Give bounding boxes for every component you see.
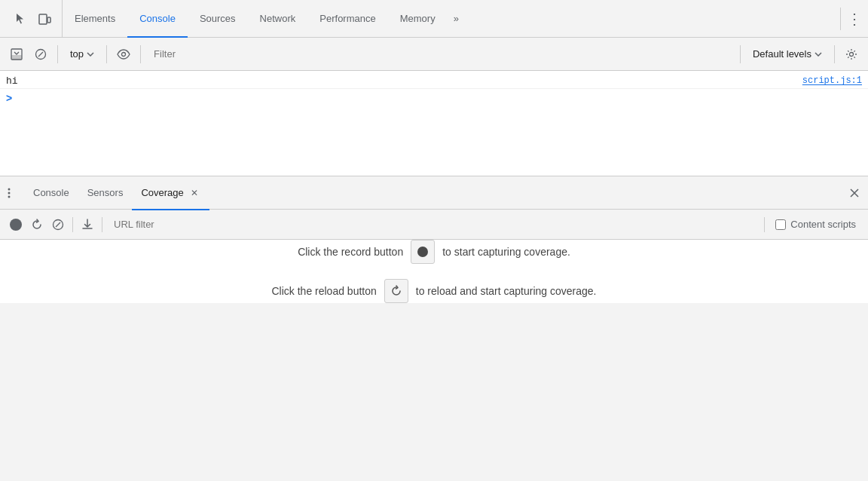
close-bottom-panel-button[interactable] bbox=[844, 182, 865, 204]
coverage-content-area: Click the record button to start capturi… bbox=[0, 240, 868, 303]
toolbar-separator-3 bbox=[140, 45, 141, 63]
svg-point-6 bbox=[122, 52, 126, 56]
devtools-menu-button[interactable]: ⋮ bbox=[844, 8, 865, 29]
console-settings-button[interactable] bbox=[841, 44, 862, 65]
svg-rect-0 bbox=[39, 14, 47, 24]
content-scripts-checkbox[interactable] bbox=[775, 219, 786, 230]
tab-performance[interactable]: Performance bbox=[307, 1, 387, 38]
prompt-chevron-icon: > bbox=[6, 92, 12, 104]
clear-coverage-button[interactable] bbox=[48, 215, 68, 234]
main-tabs: Elements Console Sources Network Perform… bbox=[63, 0, 837, 37]
console-prompt-line[interactable]: > bbox=[0, 89, 868, 107]
inline-record-button[interactable] bbox=[411, 240, 435, 264]
cursor-icon[interactable] bbox=[9, 8, 32, 30]
bottom-tabs-bar: Console Sensors Coverage ✕ bbox=[0, 176, 868, 210]
tab-elements[interactable]: Elements bbox=[63, 1, 127, 38]
svg-point-7 bbox=[850, 52, 854, 56]
console-log-source[interactable]: script.js:1 bbox=[802, 75, 862, 86]
record-instruction: Click the record button to start capturi… bbox=[298, 240, 570, 264]
svg-point-10 bbox=[8, 195, 11, 198]
tab-memory[interactable]: Memory bbox=[388, 1, 448, 38]
export-coverage-button[interactable] bbox=[78, 215, 97, 234]
tab-network[interactable]: Network bbox=[248, 1, 308, 38]
more-tabs-button[interactable]: » bbox=[448, 0, 465, 37]
console-log-line: hi script.js:1 bbox=[0, 74, 868, 89]
svg-line-5 bbox=[38, 52, 43, 57]
svg-line-12 bbox=[56, 222, 60, 227]
console-toolbar: top Default levels bbox=[0, 38, 868, 71]
expand-console-button[interactable] bbox=[6, 44, 27, 65]
context-selector[interactable]: top bbox=[64, 47, 100, 61]
nav-separator bbox=[840, 8, 841, 30]
svg-rect-3 bbox=[11, 55, 22, 60]
inline-reload-button[interactable] bbox=[384, 279, 408, 303]
tab-console[interactable]: Console bbox=[127, 1, 188, 38]
bottom-panel-menu-button[interactable] bbox=[3, 182, 24, 204]
svg-point-9 bbox=[8, 191, 11, 194]
url-filter-input[interactable] bbox=[107, 215, 760, 234]
toolbar-separator-5 bbox=[834, 45, 835, 63]
console-filter-input[interactable] bbox=[147, 44, 734, 65]
log-levels-button[interactable]: Default levels bbox=[747, 47, 828, 61]
console-output: hi script.js:1 > bbox=[0, 71, 868, 176]
nav-icon-group bbox=[3, 0, 63, 37]
toolbar-separator-4 bbox=[740, 45, 741, 63]
top-nav-bar: Elements Console Sources Network Perform… bbox=[0, 0, 868, 38]
start-recording-button[interactable] bbox=[6, 215, 26, 234]
svg-point-8 bbox=[8, 188, 11, 190]
toolbar-separator-1 bbox=[57, 45, 58, 63]
device-toolbar-icon[interactable] bbox=[33, 8, 56, 30]
bottom-tab-coverage[interactable]: Coverage ✕ bbox=[132, 177, 209, 210]
clear-console-button[interactable] bbox=[30, 44, 51, 65]
tab-sources[interactable]: Sources bbox=[188, 1, 248, 38]
coverage-separator-3 bbox=[764, 217, 765, 232]
toolbar-separator-2 bbox=[106, 45, 107, 63]
coverage-tab-close-button[interactable]: ✕ bbox=[188, 187, 200, 199]
coverage-separator-1 bbox=[72, 217, 73, 232]
console-log-text: hi bbox=[6, 75, 802, 87]
eye-icon[interactable] bbox=[113, 44, 134, 65]
reload-instruction: Click the reload button to reload and st… bbox=[271, 279, 596, 303]
bottom-panel: Console Sensors Coverage ✕ bbox=[0, 176, 868, 303]
svg-rect-1 bbox=[47, 17, 50, 23]
bottom-tab-sensors[interactable]: Sensors bbox=[78, 177, 133, 210]
content-scripts-label: Content scripts bbox=[769, 219, 862, 230]
coverage-toolbar: Content scripts bbox=[0, 210, 868, 240]
coverage-separator-2 bbox=[102, 217, 102, 232]
reload-recording-button[interactable] bbox=[27, 215, 47, 234]
bottom-tab-console[interactable]: Console bbox=[24, 177, 78, 210]
